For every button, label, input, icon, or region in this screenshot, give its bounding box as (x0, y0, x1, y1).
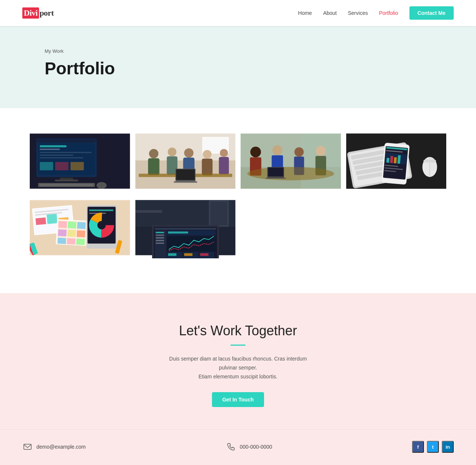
svg-rect-4 (40, 145, 67, 147)
portfolio-item-4[interactable] (346, 130, 447, 192)
svg-rect-7 (40, 155, 73, 156)
svg-rect-10 (55, 162, 68, 170)
cta-divider (231, 345, 245, 346)
logo[interactable]: Divi port (22, 7, 54, 19)
nav-about[interactable]: About (323, 10, 337, 16)
svg-point-30 (203, 150, 211, 158)
svg-rect-15 (40, 184, 93, 186)
portfolio-empty-3 (241, 197, 341, 258)
svg-rect-6 (40, 152, 91, 153)
navbar: Divi port Home About Services Portfolio … (0, 0, 476, 26)
svg-rect-122 (155, 240, 164, 241)
nav-home[interactable]: Home (298, 10, 312, 16)
hero-subtitle: My Work (45, 48, 431, 54)
svg-rect-70 (393, 157, 397, 164)
svg-rect-13 (55, 180, 78, 181)
svg-rect-121 (155, 237, 164, 239)
svg-point-106 (97, 221, 106, 229)
email-text: demo@example.com (36, 444, 86, 450)
portfolio-section (0, 108, 476, 293)
twitter-button[interactable]: t (427, 441, 439, 453)
portfolio-item-3[interactable] (241, 130, 341, 192)
svg-rect-119 (155, 232, 164, 233)
footer-bottom: Copyright 2021 Divi Plus Portfolio . All… (0, 460, 476, 465)
svg-point-32 (220, 149, 228, 157)
svg-point-48 (316, 146, 326, 156)
svg-rect-97 (67, 238, 75, 245)
svg-rect-33 (219, 157, 229, 174)
svg-rect-132 (200, 253, 208, 256)
nav-portfolio[interactable]: Portfolio (379, 10, 398, 16)
social-links: f t in (412, 441, 454, 453)
svg-rect-36 (176, 169, 194, 180)
svg-point-24 (149, 149, 158, 158)
svg-rect-53 (266, 178, 286, 179)
get-in-touch-button[interactable]: Get In Touch (212, 392, 264, 407)
svg-point-46 (295, 147, 304, 156)
svg-rect-135 (24, 444, 31, 449)
svg-rect-125 (168, 232, 188, 233)
portfolio-item-2[interactable] (135, 130, 236, 192)
svg-point-26 (168, 148, 176, 156)
svg-rect-11 (71, 162, 84, 170)
svg-rect-93 (58, 229, 67, 236)
portfolio-item-5[interactable] (30, 197, 130, 258)
svg-rect-2 (37, 139, 96, 143)
svg-point-78 (429, 159, 436, 163)
portfolio-empty-4 (346, 197, 447, 258)
footer-contact: demo@example.com 000-000-0000 f t in (0, 429, 476, 460)
email-icon (22, 442, 33, 452)
logo-divi: Divi (22, 7, 39, 19)
svg-rect-31 (202, 159, 212, 175)
svg-rect-25 (148, 158, 160, 175)
nav-services[interactable]: Services (348, 10, 368, 16)
svg-rect-96 (58, 238, 66, 244)
portfolio-item-1[interactable] (30, 130, 130, 192)
phone-contact: 000-000-0000 (226, 442, 272, 452)
svg-rect-68 (386, 158, 389, 163)
svg-point-50 (247, 167, 334, 180)
svg-rect-123 (155, 242, 164, 244)
cta-description: Duis semper diam at lacus faucibus rhonc… (160, 355, 316, 381)
contact-button[interactable]: Contact Me (409, 6, 454, 20)
portfolio-item-6[interactable] (135, 197, 236, 258)
svg-rect-52 (268, 168, 283, 176)
svg-rect-92 (77, 222, 86, 229)
cta-title: Let's Work Together (22, 323, 454, 339)
phone-icon (226, 442, 236, 452)
svg-rect-8 (40, 157, 83, 158)
portfolio-row-2 (30, 197, 446, 258)
svg-rect-120 (155, 235, 164, 236)
facebook-button[interactable]: f (412, 441, 424, 453)
svg-rect-5 (40, 149, 60, 150)
nav-links: Home About Services Portfolio Contact Me (298, 6, 454, 20)
svg-rect-85 (36, 217, 46, 225)
svg-rect-114 (135, 210, 162, 213)
svg-rect-94 (67, 230, 76, 237)
svg-rect-113 (210, 202, 227, 225)
phone-text: 000-000-0000 (240, 444, 272, 450)
svg-rect-9 (40, 162, 53, 170)
svg-rect-117 (155, 228, 216, 230)
svg-point-42 (250, 146, 261, 157)
email-contact: demo@example.com (22, 442, 86, 452)
svg-rect-95 (77, 230, 85, 238)
svg-point-44 (272, 145, 282, 155)
svg-rect-90 (58, 221, 67, 228)
svg-rect-37 (174, 181, 197, 183)
portfolio-row-1 (30, 130, 446, 192)
svg-rect-98 (76, 239, 85, 245)
svg-rect-101 (89, 210, 113, 211)
cta-section: Let's Work Together Duis semper diam at … (0, 293, 476, 429)
linkedin-button[interactable]: in (442, 441, 454, 453)
svg-rect-130 (168, 253, 176, 256)
svg-point-77 (423, 159, 430, 163)
svg-rect-131 (184, 253, 192, 256)
logo-suffix: port (39, 8, 54, 18)
hero-title: Portfolio (45, 58, 431, 78)
hero-section: My Work Portfolio (0, 26, 476, 108)
svg-rect-91 (68, 222, 76, 229)
svg-rect-86 (46, 214, 57, 224)
svg-point-28 (184, 148, 193, 158)
